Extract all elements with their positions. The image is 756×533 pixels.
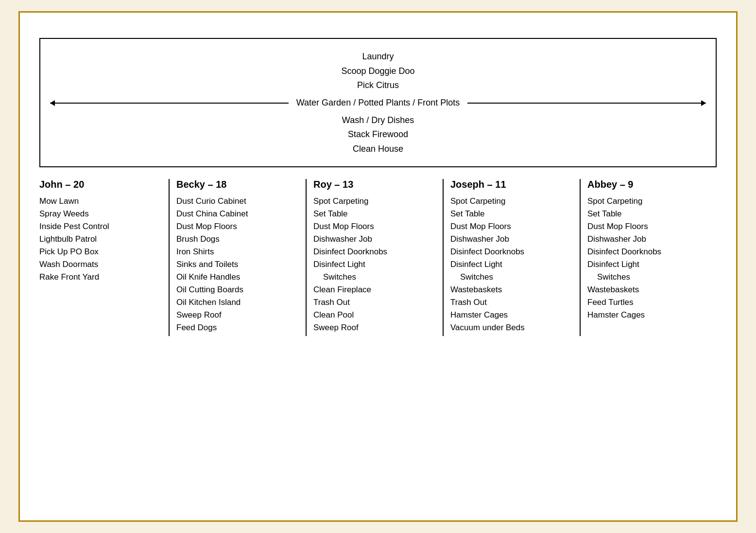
everyone-items: LaundryScoop Doggie DooPick Citrus Water… — [50, 50, 706, 157]
col-item: Disinfect Doorknobs — [450, 248, 573, 256]
col-item: Trash Out — [450, 298, 573, 306]
arrow-item-text: Water Garden / Potted Plants / Front Plo… — [289, 96, 467, 110]
arrow-left — [50, 103, 289, 104]
col-item: Mow Lawn — [39, 197, 162, 205]
col-item: Feed Dogs — [176, 323, 299, 332]
col-item: Oil Cutting Boards — [176, 285, 299, 294]
col-item: Wastebaskets — [587, 285, 710, 294]
everyone-item: Laundry — [50, 50, 706, 64]
col-item: Set Table — [450, 210, 573, 218]
col-item: Disinfect Light — [587, 260, 710, 268]
col-item: Switches — [450, 273, 573, 281]
col-item: Dust Mop Floors — [450, 222, 573, 231]
col-item: Wastebaskets — [450, 285, 573, 294]
column-0: John – 20Mow LawnSpray WeedsInside Pest … — [39, 179, 170, 336]
everyone-item: Wash / Dry Dishes — [50, 113, 706, 128]
page: LaundryScoop Doggie DooPick Citrus Water… — [18, 11, 738, 522]
col-item: Switches — [587, 273, 710, 281]
col-header-2: Roy – 13 — [313, 179, 436, 192]
col-item: Dust Curio Cabinet — [176, 197, 299, 205]
col-item: Oil Kitchen Island — [176, 298, 299, 306]
col-item: Sweep Roof — [313, 323, 436, 332]
col-item: Spot Carpeting — [450, 197, 573, 205]
col-item: Dust Mop Floors — [176, 222, 299, 231]
columns-area: John – 20Mow LawnSpray WeedsInside Pest … — [39, 179, 717, 336]
col-item: Lightbulb Patrol — [39, 235, 162, 243]
col-item: Clean Pool — [313, 311, 436, 319]
col-item: Feed Turtles — [587, 298, 710, 306]
col-item: Rake Front Yard — [39, 273, 162, 281]
col-item: Oil Knife Handles — [176, 273, 299, 281]
col-item: Vacuum under Beds — [450, 323, 573, 332]
col-item: Disinfect Doorknobs — [587, 248, 710, 256]
col-header-4: Abbey – 9 — [587, 179, 710, 192]
arrow-right — [467, 103, 706, 104]
col-header-3: Joseph – 11 — [450, 179, 573, 192]
col-item: Dust China Cabinet — [176, 210, 299, 218]
col-item: Disinfect Light — [313, 260, 436, 268]
col-item: Spot Carpeting — [587, 197, 710, 205]
everyone-item: Pick Citrus — [50, 78, 706, 93]
col-item: Hamster Cages — [450, 311, 573, 319]
col-item: Dishwasher Job — [313, 235, 436, 243]
col-item: Set Table — [313, 210, 436, 218]
col-item: Dust Mop Floors — [313, 222, 436, 231]
col-item: Trash Out — [313, 298, 436, 306]
col-item: Hamster Cages — [587, 311, 710, 319]
column-4: Abbey – 9Spot CarpetingSet TableDust Mop… — [581, 179, 717, 336]
column-1: Becky – 18Dust Curio CabinetDust China C… — [170, 179, 307, 336]
col-header-0: John – 20 — [39, 179, 162, 192]
col-item: Disinfect Light — [450, 260, 573, 268]
col-item: Pick Up PO Box — [39, 248, 162, 256]
column-2: Roy – 13Spot CarpetingSet TableDust Mop … — [307, 179, 444, 336]
col-item: Brush Dogs — [176, 235, 299, 243]
col-item: Switches — [313, 273, 436, 281]
everyone-box: LaundryScoop Doggie DooPick Citrus Water… — [39, 38, 717, 167]
col-item: Dishwasher Job — [450, 235, 573, 243]
column-3: Joseph – 11Spot CarpetingSet TableDust M… — [444, 179, 581, 336]
everyone-item: Scoop Doggie Doo — [50, 64, 706, 79]
col-item: Spray Weeds — [39, 210, 162, 218]
col-item: Sinks and Toilets — [176, 260, 299, 268]
col-item: Disinfect Doorknobs — [313, 248, 436, 256]
col-item: Dishwasher Job — [587, 235, 710, 243]
col-item: Sweep Roof — [176, 311, 299, 319]
col-item: Clean Fireplace — [313, 285, 436, 294]
everyone-item: Stack Firewood — [50, 127, 706, 142]
everyone-item: Clean House — [50, 142, 706, 157]
col-header-1: Becky – 18 — [176, 179, 299, 192]
arrow-row: Water Garden / Potted Plants / Front Plo… — [50, 96, 706, 110]
col-item: Spot Carpeting — [313, 197, 436, 205]
col-item: Iron Shirts — [176, 248, 299, 256]
col-item: Dust Mop Floors — [587, 222, 710, 231]
col-item: Inside Pest Control — [39, 222, 162, 231]
col-item: Wash Doormats — [39, 260, 162, 268]
col-item: Set Table — [587, 210, 710, 218]
